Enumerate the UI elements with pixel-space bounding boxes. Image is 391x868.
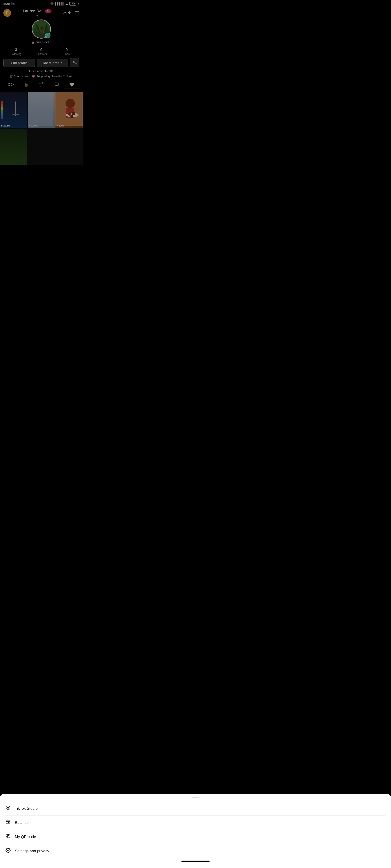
- video-thumb-4[interactable]: [0, 129, 27, 165]
- charity-label: Supporting: Save the Children: [36, 75, 73, 78]
- video-thumb-1[interactable]: ▶ 20.4M: [0, 92, 27, 128]
- lock-icon: 🔒: [24, 82, 28, 87]
- action-buttons: Edit profile Share profile: [3, 58, 79, 67]
- svg-rect-15: [10, 85, 12, 86]
- battery-percent: 77%: [70, 2, 75, 5]
- likes-stat[interactable]: 0 Likes: [54, 48, 79, 56]
- play-icon-2: ▶: [29, 125, 31, 127]
- charity-link[interactable]: 💝 Supporting: Save the Children: [32, 74, 73, 78]
- top-nav: P Lauren Deli 9+ her ᗑᗐ: [3, 7, 79, 20]
- repost-icon: [39, 82, 44, 87]
- grid-icon: [8, 82, 12, 87]
- tab-repost[interactable]: [34, 80, 49, 89]
- avatar-section: + @lauren.deli3: [3, 20, 79, 46]
- edit-profile-button[interactable]: Edit profile: [3, 59, 35, 67]
- battery-indicator: 77%: [69, 2, 76, 5]
- following-stat[interactable]: 3 Following: [3, 48, 29, 56]
- add-avatar-button[interactable]: +: [45, 33, 51, 38]
- share-profile-button[interactable]: Share profile: [37, 59, 68, 67]
- add-person-icon: [72, 60, 77, 65]
- followers-count: 0: [29, 48, 54, 52]
- svg-rect-13: [10, 83, 12, 84]
- svg-rect-8: [43, 31, 44, 33]
- snow-texture: [28, 92, 53, 126]
- video-thumb-3[interactable]: ▶ 6.7M: [55, 92, 83, 128]
- username-header: Lauren Deli 9+: [23, 9, 51, 13]
- tab-private[interactable]: 🔒: [19, 80, 34, 89]
- wifi-icon: ▲: [65, 2, 68, 5]
- stats-row: 3 Following 0 Followers 0 Likes: [3, 48, 79, 56]
- grid-dropdown: ▾: [13, 83, 14, 86]
- header-pronouns: her: [23, 14, 51, 17]
- profile-bio: I love adventure!!!!: [3, 69, 79, 73]
- tagged-icon: [54, 82, 59, 87]
- svg-rect-14: [8, 85, 10, 86]
- charity-icon: 💝: [32, 74, 35, 78]
- tab-liked[interactable]: [64, 80, 79, 89]
- orders-label: Your orders: [14, 75, 28, 78]
- svg-rect-12: [8, 83, 10, 84]
- followers-label: Followers: [29, 53, 54, 56]
- svg-point-21: [33, 100, 35, 101]
- status-bar: 8:29 📷 🔕 ▌▌▌▌▌ ▲ 77%: [0, 0, 83, 7]
- mute-icon: 🔕: [50, 2, 54, 5]
- svg-rect-7: [41, 30, 43, 34]
- svg-point-30: [72, 112, 75, 115]
- cooking-graphic: [55, 92, 83, 126]
- svg-point-23: [37, 116, 39, 118]
- camera-icon: 📷: [11, 2, 15, 5]
- cart-icon: 🛒: [9, 74, 13, 78]
- signal-icon: ▌▌▌▌▌: [55, 2, 64, 5]
- add-friend-button[interactable]: [70, 58, 79, 67]
- notification-badge[interactable]: 9+: [45, 9, 51, 13]
- p-avatar-icon[interactable]: P: [3, 9, 11, 17]
- video-thumb-2[interactable]: ▶ 21.9M: [28, 92, 55, 128]
- avatar-wrapper: +: [32, 20, 51, 38]
- status-left: 8:29 📷: [3, 2, 15, 5]
- likes-label: Likes: [54, 53, 79, 56]
- battery-dot: [78, 3, 79, 4]
- live-icon[interactable]: ᗑᗐ: [63, 10, 72, 16]
- svg-point-22: [42, 108, 43, 109]
- following-count: 3: [3, 48, 29, 52]
- svg-point-31: [70, 115, 73, 118]
- tab-grid[interactable]: ▾: [3, 80, 19, 89]
- svg-rect-17: [15, 101, 16, 116]
- svg-point-9: [73, 61, 75, 63]
- svg-rect-20: [28, 92, 53, 126]
- play-icon-1: ▶: [1, 125, 3, 127]
- tab-tagged[interactable]: [49, 80, 64, 89]
- profile-handle: @lauren.deli3: [32, 40, 51, 44]
- play-icon-3: ▶: [57, 125, 58, 127]
- hamburger-menu[interactable]: [74, 11, 79, 14]
- followers-stat[interactable]: 0 Followers: [29, 48, 54, 56]
- sword-graphic: [10, 101, 21, 119]
- svg-rect-18: [12, 114, 19, 115]
- following-label: Following: [3, 53, 29, 56]
- svg-point-6: [40, 26, 44, 30]
- nav-right: ᗑᗐ: [63, 10, 79, 16]
- status-time: 8:29: [3, 2, 10, 5]
- orders-link[interactable]: 🛒 Your orders: [9, 74, 28, 78]
- liked-icon: [69, 82, 74, 87]
- color-bars: [1, 101, 3, 119]
- tab-bar: ▾ 🔒: [3, 80, 79, 89]
- status-right: 🔕 ▌▌▌▌▌ ▲ 77%: [50, 2, 79, 5]
- svg-point-26: [65, 99, 75, 108]
- likes-count: 0: [54, 48, 79, 52]
- svg-point-24: [46, 102, 47, 103]
- header-username: Lauren Deli: [23, 9, 43, 13]
- header-center: Lauren Deli 9+ her: [23, 9, 51, 17]
- video-play-count-1: ▶ 20.4M: [1, 124, 10, 127]
- links-row: 🛒 Your orders 💝 Supporting: Save the Chi…: [3, 74, 79, 78]
- video-play-count-2: ▶ 21.9M: [29, 124, 38, 127]
- video-grid: ▶ 20.4M ▶ 21.9M: [0, 92, 83, 165]
- video-play-count-3: ▶ 6.7M: [57, 124, 64, 127]
- profile-area: P Lauren Deli 9+ her ᗑᗐ: [0, 7, 83, 92]
